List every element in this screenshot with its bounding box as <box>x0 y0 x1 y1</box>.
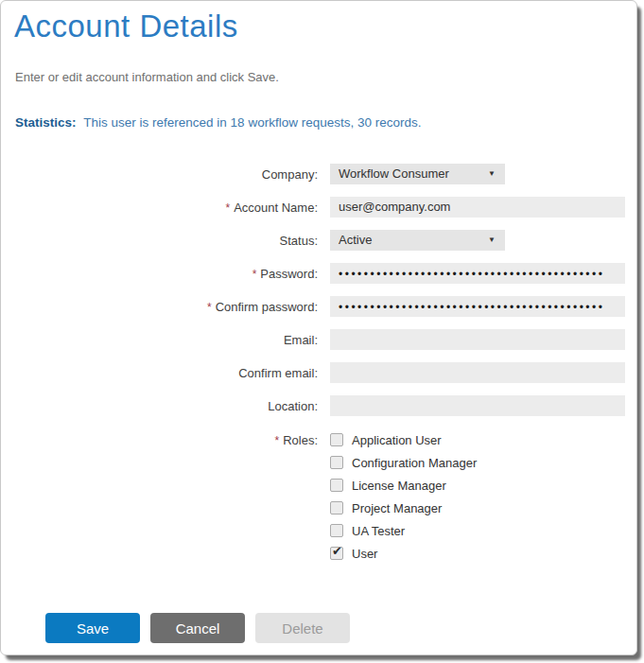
company-select[interactable]: Workflow Consumer ▼ <box>330 164 505 184</box>
roles-checkbox-group: Application User Configuration Manager L… <box>330 432 477 568</box>
form-row-confirm-email: Confirm email: <box>1 362 636 383</box>
field-label-location: Location: <box>268 399 318 413</box>
form-buttons: Save Cancel Delete <box>45 613 636 643</box>
role-label-configuration-manager: Configuration Manager <box>352 456 477 470</box>
field-label-status: Status: <box>280 234 318 248</box>
role-label-user: User <box>352 547 377 561</box>
confirm-password-input[interactable]: ••••••••••••••••••••••••••••••••••••••••… <box>330 296 625 317</box>
required-marker: * <box>252 268 257 281</box>
required-marker: * <box>274 434 279 447</box>
role-checkbox-user[interactable]: ✔ <box>330 547 343 560</box>
required-marker: * <box>207 301 212 314</box>
role-row-configuration-manager: Configuration Manager <box>330 455 477 470</box>
role-checkbox-ua-tester[interactable] <box>330 524 343 537</box>
field-label-company: Company: <box>262 167 318 182</box>
field-label-confirm-password: Confirm password: <box>216 300 318 314</box>
cancel-button[interactable]: Cancel <box>150 613 245 643</box>
role-row-application-user: Application User <box>330 432 477 447</box>
company-selected-value: Workflow Consumer <box>339 166 449 181</box>
field-label-confirm-email: Confirm email: <box>238 366 318 380</box>
statistics-label: Statistics: <box>15 115 77 130</box>
field-label-email: Email: <box>284 333 318 347</box>
dropdown-arrow-icon: ▼ <box>488 164 496 184</box>
checkmark-icon: ✔ <box>332 544 342 558</box>
form-row-account-name: *Account Name: user@company.com <box>1 197 636 218</box>
save-button[interactable]: Save <box>45 613 140 643</box>
required-marker: * <box>225 201 230 215</box>
delete-button[interactable]: Delete <box>255 613 350 643</box>
role-row-user: ✔ User <box>330 546 477 561</box>
password-input[interactable]: ••••••••••••••••••••••••••••••••••••••••… <box>330 263 625 284</box>
role-checkbox-application-user[interactable] <box>330 433 343 446</box>
dropdown-arrow-icon: ▼ <box>488 230 496 251</box>
statistics-text: This user is referenced in 18 workflow r… <box>83 115 421 130</box>
form-row-company: Company: Workflow Consumer ▼ <box>1 164 636 184</box>
account-form: Company: Workflow Consumer ▼ *Account Na… <box>1 164 636 643</box>
role-checkbox-license-manager[interactable] <box>330 479 343 492</box>
role-label-license-manager: License Manager <box>352 479 446 493</box>
statistics-line: Statistics: This user is referenced in 1… <box>15 115 636 130</box>
form-row-status: Status: Active ▼ <box>1 230 636 251</box>
account-name-input[interactable]: user@company.com <box>330 197 625 218</box>
role-label-application-user: Application User <box>352 433 442 447</box>
form-row-location: Location: <box>1 395 636 416</box>
form-row-password: *Password: •••••••••••••••••••••••••••••… <box>1 263 636 284</box>
role-label-project-manager: Project Manager <box>352 501 442 515</box>
role-checkbox-project-manager[interactable] <box>330 501 343 515</box>
account-details-panel: Account Details Enter or edit account in… <box>0 0 637 655</box>
page-subtitle: Enter or edit account information and cl… <box>15 70 636 84</box>
form-row-roles: *Roles: Application User Configuration M… <box>1 432 636 568</box>
status-select[interactable]: Active ▼ <box>330 230 505 251</box>
form-row-confirm-password: *Confirm password: •••••••••••••••••••••… <box>1 296 636 317</box>
role-row-ua-tester: UA Tester <box>330 523 477 538</box>
confirm-email-input[interactable] <box>330 362 625 383</box>
email-input[interactable] <box>330 329 625 350</box>
location-input[interactable] <box>330 395 625 416</box>
role-checkbox-configuration-manager[interactable] <box>330 456 343 469</box>
role-row-license-manager: License Manager <box>330 478 477 493</box>
status-selected-value: Active <box>339 233 372 247</box>
field-label-roles: Roles: <box>283 433 318 447</box>
field-label-password: Password: <box>260 267 318 281</box>
role-label-ua-tester: UA Tester <box>352 524 405 538</box>
field-label-account-name: Account Name: <box>234 201 318 215</box>
role-row-project-manager: Project Manager <box>330 500 477 515</box>
form-row-email: Email: <box>1 329 636 350</box>
page-title: Account Details <box>14 9 636 44</box>
